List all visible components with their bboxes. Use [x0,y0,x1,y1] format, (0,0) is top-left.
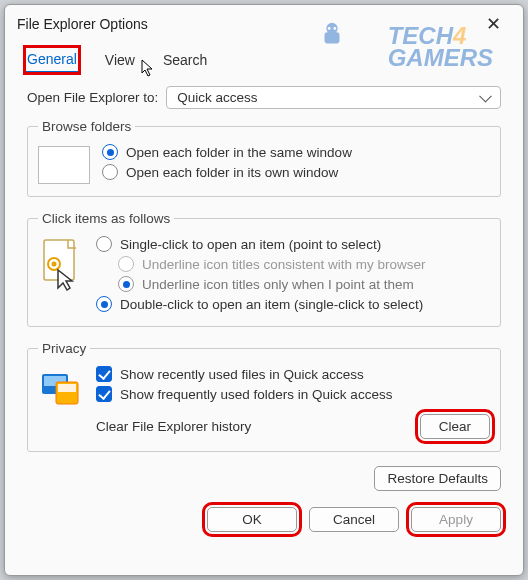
tab-general[interactable]: General [25,47,79,73]
radio-underline-point: Underline icon titles only when I point … [96,274,490,294]
radio-double-click[interactable]: Double-click to open an item (single-cli… [96,294,490,314]
file-explorer-options-dialog: File Explorer Options ✕ TECH4 GAMERS Gen… [4,4,524,576]
cancel-button[interactable]: Cancel [309,507,399,532]
clear-history-label: Clear File Explorer history [96,419,251,434]
browse-folders-group: Browse folders Open each folder in the s… [27,119,501,197]
checkbox-icon [96,366,112,382]
tab-strip: General View Search [5,43,523,74]
close-button[interactable]: ✕ [476,11,511,37]
open-explorer-row: Open File Explorer to: Quick access [27,86,501,109]
radio-icon [102,144,118,160]
title-bar: File Explorer Options ✕ [5,5,523,43]
open-explorer-dropdown[interactable]: Quick access [166,86,501,109]
open-explorer-label: Open File Explorer to: [27,90,158,105]
click-items-legend: Click items as follows [38,211,174,226]
clear-button[interactable]: Clear [420,414,490,439]
svg-rect-10 [58,384,76,392]
radio-icon [118,256,134,272]
svg-point-6 [52,262,57,267]
document-cursor-icon [38,236,84,292]
restore-defaults-button[interactable]: Restore Defaults [374,466,501,491]
checkbox-icon [96,386,112,402]
check-recent-files[interactable]: Show recently used files in Quick access [96,364,490,384]
radio-icon [96,236,112,252]
dropdown-value: Quick access [177,90,257,105]
radio-own-window[interactable]: Open each folder in its own window [102,162,352,182]
apply-button[interactable]: Apply [411,507,501,532]
window-title: File Explorer Options [17,16,148,32]
radio-icon [102,164,118,180]
ok-button[interactable]: OK [207,507,297,532]
browse-folders-icon [38,146,90,184]
radio-underline-browser: Underline icon titles consistent with my… [96,254,490,274]
radio-icon [118,276,134,292]
privacy-icon [38,364,84,410]
click-items-group: Click items as follows Single-click to o… [27,211,501,327]
browse-folders-legend: Browse folders [38,119,135,134]
content-area: Open File Explorer to: Quick access Brow… [5,74,523,452]
radio-icon [96,296,112,312]
radio-single-click[interactable]: Single-click to open an item (point to s… [96,234,490,254]
privacy-group: Privacy Show recently used files in Quic… [27,341,501,452]
privacy-legend: Privacy [38,341,90,356]
check-frequent-folders[interactable]: Show frequently used folders in Quick ac… [96,384,490,404]
dialog-footer: OK Cancel Apply [5,501,523,546]
tab-search[interactable]: Search [161,48,209,72]
radio-same-window[interactable]: Open each folder in the same window [102,142,352,162]
tab-view[interactable]: View [103,48,137,72]
